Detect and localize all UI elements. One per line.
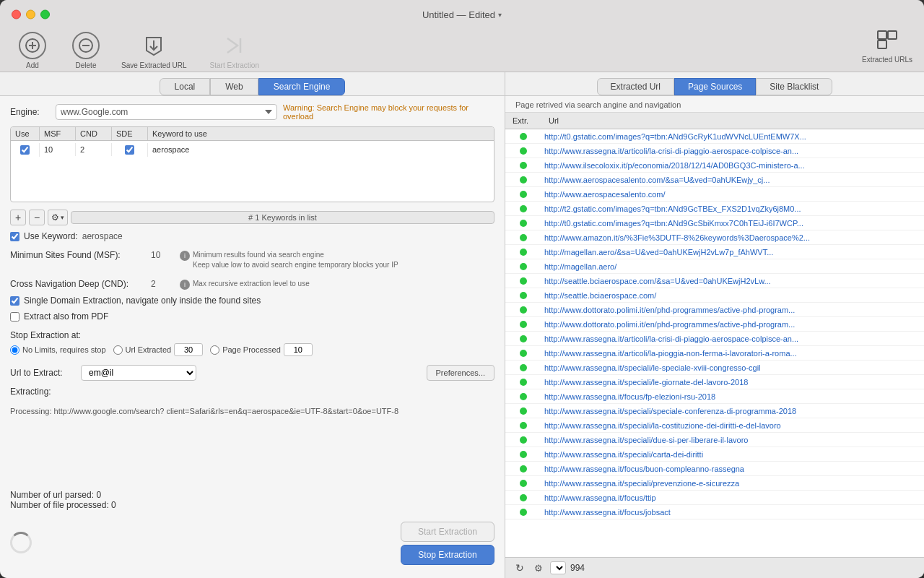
use-checkbox[interactable] — [20, 145, 30, 155]
list-item[interactable]: http://www.rassegna.it/focus/fp-elezioni… — [505, 389, 924, 404]
table-empty-space — [11, 158, 494, 202]
add-button[interactable]: Add — [14, 32, 51, 69]
msf-value: 10 — [151, 250, 173, 260]
list-item[interactable]: http://www.rassegna.it/articoli/la-crisi… — [505, 332, 924, 346]
url-status-dot — [505, 162, 541, 169]
save-icon — [140, 32, 167, 59]
list-item[interactable]: http://magellan.aero/&sa=U&ved=0ahUKEwjH… — [505, 245, 924, 259]
url-status-dot — [505, 220, 541, 227]
url-status-dot — [505, 234, 541, 241]
list-item[interactable]: http://www.rassegna.it/speciali/la-costi… — [505, 418, 924, 433]
list-item[interactable]: http://www.rassegna.it/articoli/la-crisi… — [505, 144, 924, 158]
delete-icon — [72, 32, 100, 59]
url-extracted-radio[interactable] — [113, 345, 123, 355]
cnd-cell: 2 — [76, 143, 112, 156]
url-status-dot — [505, 292, 541, 299]
minimize-button[interactable] — [26, 10, 35, 20]
url-status-dot — [505, 480, 541, 487]
single-domain-checkbox[interactable] — [10, 296, 19, 306]
view-options-select[interactable] — [550, 561, 566, 574]
list-item[interactable]: http://t2.gstatic.com/images?q=tbn:ANd9G… — [505, 202, 924, 216]
green-dot-icon — [520, 422, 527, 429]
engine-select[interactable]: www.Google.com — [56, 104, 277, 120]
delete-button[interactable]: Delete — [68, 32, 104, 69]
list-item[interactable]: http://www.dottorato.polimi.it/en/phd-pr… — [505, 317, 924, 332]
list-item[interactable]: http://magellan.aero/ — [505, 259, 924, 274]
table-toolbar: + − ⚙ ▾ # 1 Keywords in list — [10, 210, 494, 225]
start-extraction-button[interactable]: Start Extraction — [401, 522, 494, 542]
use-keyword-checkbox[interactable] — [10, 232, 19, 241]
list-item[interactable]: http://seattle.bciaerospace.com/&sa=U&ve… — [505, 274, 924, 288]
url-to-extract-select[interactable]: em@il — [81, 365, 196, 381]
tab-extracted-url[interactable]: Extracted Url — [597, 78, 674, 95]
list-item[interactable]: http://www.amazon.it/s/%3Fie%3DUTF-8%26k… — [505, 230, 924, 245]
preferences-button[interactable]: Preferences... — [427, 365, 494, 381]
tab-site-blacklist[interactable]: Site Blacklist — [756, 78, 832, 95]
stop-at-label: Stop Extraction at: — [10, 330, 494, 340]
close-button[interactable] — [12, 10, 21, 20]
gear-button[interactable]: ⚙ — [531, 561, 546, 575]
extracted-urls-button[interactable]: Extracted URLs — [862, 26, 912, 64]
list-item[interactable]: http://www.rassegna.it/articoli/la-piogg… — [505, 346, 924, 361]
list-item[interactable]: http://seattle.bciaerospace.com/ — [505, 288, 924, 303]
start-extraction-toolbar-button[interactable]: Start Extraction — [210, 32, 259, 69]
sde-checkbox[interactable] — [125, 145, 134, 155]
url-text: http://t0.gstatic.com/images?q=tbn:ANd9G… — [541, 217, 924, 229]
tab-page-sources[interactable]: Page Sources — [674, 78, 756, 95]
keyword-cell: aerospace — [148, 143, 494, 156]
tab-local[interactable]: Local — [160, 78, 211, 95]
list-item[interactable]: http://www.aerospacesalento.com/ — [505, 187, 924, 202]
list-item[interactable]: http://www.ilsecoloxix.it/p/economia/201… — [505, 158, 924, 173]
extract-pdf-checkbox[interactable] — [10, 312, 19, 322]
list-item[interactable]: http://www.dottorato.polimi.it/en/phd-pr… — [505, 303, 924, 317]
add-keyword-button[interactable]: + — [10, 210, 26, 225]
list-item[interactable]: http://t0.gstatic.com/images?q=tbn:ANd9G… — [505, 216, 924, 230]
tab-search-engine[interactable]: Search Engine — [258, 78, 346, 95]
url-status-dot — [505, 451, 541, 458]
list-item[interactable]: http://www.aerospacesalento.com/&sa=U&ve… — [505, 173, 924, 187]
list-item[interactable]: http://www.rassegna.it/speciali/le-speci… — [505, 361, 924, 375]
remove-keyword-button[interactable]: − — [29, 210, 45, 225]
msf-info: i Minimum results found via search engin… — [180, 250, 494, 270]
url-text: http://www.rassegna.it/articoli/la-piogg… — [541, 348, 924, 359]
url-extracted-option: Url Extracted — [113, 343, 204, 356]
add-icon — [19, 32, 46, 59]
list-item[interactable]: http://www.rassegna.it/speciali/prevenzi… — [505, 476, 924, 491]
right-tab-bar: Extracted Url Page Sources Site Blacklis… — [505, 72, 924, 96]
keyword-settings-button[interactable]: ⚙ ▾ — [48, 210, 68, 225]
tab-web[interactable]: Web — [210, 78, 258, 95]
list-item[interactable]: http://www.rassegna.it/speciali/speciale… — [505, 404, 924, 418]
use-keyword-label: Use Keyword: — [24, 231, 78, 241]
save-button[interactable]: Save Extracted URL — [121, 32, 187, 69]
green-dot-icon — [520, 205, 527, 212]
left-content: Engine: www.Google.com Warning: Search E… — [0, 96, 505, 578]
maximize-button[interactable] — [40, 10, 50, 20]
list-item[interactable]: http://www.rassegna.it/focus/ttip — [505, 491, 924, 505]
traffic-lights — [12, 10, 50, 20]
no-limits-radio[interactable] — [10, 345, 19, 355]
col-cnd: CND — [76, 127, 112, 140]
page-processed-input[interactable] — [284, 343, 313, 356]
url-extracted-input[interactable] — [174, 343, 203, 356]
list-item[interactable]: http://www.rassegna.it/speciali/le-giorn… — [505, 375, 924, 389]
green-dot-icon — [520, 407, 527, 415]
url-text: http://www.amazon.it/s/%3Fie%3DUTF-8%26k… — [541, 232, 924, 243]
save-label: Save Extracted URL — [121, 61, 187, 69]
stop-options: No Limits, requires stop Url Extracted P… — [10, 343, 494, 356]
url-text: http://www.rassegna.it/speciali/le-speci… — [541, 362, 924, 374]
right-subtitle: Page retrived via search angine and navi… — [505, 96, 924, 113]
stop-extraction-button[interactable]: Stop Extraction — [401, 545, 494, 565]
col-extr: Extr. — [505, 115, 541, 126]
delete-label: Delete — [76, 61, 97, 69]
list-item[interactable]: http://www.rassegna.it/speciali/due-si-p… — [505, 433, 924, 447]
list-item[interactable]: http://www.rassegna.it/focus/jobsact — [505, 505, 924, 519]
green-dot-icon — [520, 509, 527, 516]
refresh-button[interactable]: ↻ — [513, 561, 527, 575]
title-dropdown-arrow[interactable]: ▾ — [498, 11, 502, 19]
page-processed-radio[interactable] — [210, 345, 219, 355]
list-item[interactable]: http://www.rassegna.it/speciali/carta-de… — [505, 447, 924, 462]
list-item[interactable]: http://t0.gstatic.com/images?q=tbn:ANd9G… — [505, 129, 924, 144]
page-processed-label: Page Processed — [222, 345, 281, 354]
green-dot-icon — [520, 249, 527, 256]
list-item[interactable]: http://www.rassegna.it/focus/buon-comple… — [505, 462, 924, 476]
